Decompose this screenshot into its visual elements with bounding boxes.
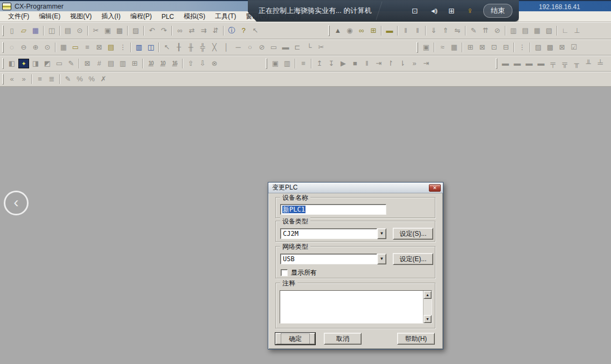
redo-icon[interactable]: ↷ bbox=[158, 25, 170, 37]
online-edit-rungs-icon[interactable]: ✎ bbox=[468, 25, 480, 37]
zoom-to-fit-icon[interactable]: ⊙ bbox=[41, 42, 53, 53]
refresh-watch-icon[interactable]: ⊡ bbox=[488, 42, 500, 53]
download-to-plc-icon[interactable]: ⇓ bbox=[428, 25, 440, 37]
comment-scrollbar[interactable]: ▲ ▼ bbox=[423, 291, 432, 323]
print-report-icon[interactable]: ◫ bbox=[46, 25, 58, 37]
back-chevron-button[interactable]: ‹ bbox=[4, 191, 29, 215]
memory-card-icon[interactable]: ▦ bbox=[531, 25, 543, 37]
rung-comment-icon[interactable]: ▭ bbox=[70, 42, 81, 53]
rung-list-icon[interactable]: ≡ bbox=[34, 74, 46, 85]
transfer-program-sim-icon[interactable]: ▣ bbox=[269, 58, 281, 69]
open-project-icon[interactable]: ▱ bbox=[18, 25, 30, 37]
diff-up-contact-icon[interactable]: ╤ bbox=[547, 58, 559, 69]
comment-text[interactable] bbox=[280, 291, 423, 323]
address-reference-tool-icon[interactable]: # bbox=[93, 58, 105, 69]
horizontal-line-icon[interactable]: ─ bbox=[232, 42, 244, 53]
new-inverted-instruction-icon[interactable]: ▬ bbox=[280, 42, 291, 53]
immediate-contact-icon[interactable]: ╨ bbox=[582, 58, 594, 69]
diff-both-contact-icon[interactable]: ╥ bbox=[571, 58, 582, 69]
show-rung-annotations-icon[interactable]: ≡ bbox=[81, 42, 93, 53]
scroll-down-icon[interactable]: ▼ bbox=[423, 315, 432, 323]
save-project-icon[interactable]: ▦ bbox=[30, 25, 41, 37]
sim-stop-icon[interactable]: ■ bbox=[349, 58, 361, 69]
sim-step-to-end-icon[interactable]: ⇥ bbox=[373, 58, 385, 69]
vertical-line-icon[interactable]: │ bbox=[220, 42, 232, 53]
work-online-simulator-icon[interactable]: ▲ bbox=[332, 25, 344, 37]
menu-file[interactable]: 文件(F) bbox=[3, 11, 34, 22]
change-address-icon[interactable]: ⇵ bbox=[210, 25, 221, 37]
mnemonic-editor-icon[interactable]: ✦ bbox=[18, 59, 29, 68]
multi-window-icon[interactable]: ⊞ bbox=[443, 4, 460, 18]
monitor-mode-icon[interactable]: ◉ bbox=[344, 25, 356, 37]
menu-view[interactable]: 视图(V) bbox=[65, 11, 96, 22]
output-window-icon[interactable]: ▭ bbox=[53, 58, 65, 69]
new-or-contact-icon[interactable]: ╬ bbox=[197, 42, 209, 53]
send-online-edit-icon[interactable]: ⇈ bbox=[480, 25, 491, 37]
device-type-settings-button[interactable]: 设定(S)... bbox=[393, 228, 433, 240]
pan-tool-icon[interactable]: ◌ bbox=[6, 42, 18, 53]
cancel-button[interactable]: 取消 bbox=[324, 333, 362, 345]
hex-display-icon[interactable]: 16 bbox=[169, 58, 180, 69]
transfer-io-sim-icon[interactable]: ▥ bbox=[281, 58, 293, 69]
chevron-down-icon[interactable]: ▼ bbox=[377, 228, 386, 239]
sim-run-icon[interactable]: ▶ bbox=[337, 58, 349, 69]
comment-textarea[interactable]: ▲ ▼ bbox=[280, 290, 432, 324]
simulation-tasks-icon[interactable]: ≡ bbox=[297, 58, 309, 69]
substitute-all-icon[interactable]: ⇉ bbox=[198, 25, 210, 37]
print-icon[interactable]: ▤ bbox=[62, 25, 74, 37]
scroll-up-icon[interactable]: ▲ bbox=[423, 291, 432, 299]
sim-pause-icon[interactable]: ‖ bbox=[361, 58, 373, 69]
print-preview-icon[interactable]: ⊙ bbox=[74, 25, 86, 37]
mnemonics-view-icon[interactable]: ▥ bbox=[133, 42, 145, 53]
undo-icon[interactable]: ↶ bbox=[146, 25, 158, 37]
toolbar-grip[interactable] bbox=[2, 58, 4, 69]
io-block-4-icon[interactable]: ▬ bbox=[535, 58, 547, 69]
monitor-in-rung-icon[interactable]: ⊠ bbox=[93, 42, 105, 53]
toolbar-grip[interactable] bbox=[328, 25, 330, 36]
compare-with-plc-icon[interactable]: ⇋ bbox=[452, 25, 463, 37]
monitor-differential-icon[interactable]: ▨ bbox=[532, 42, 544, 53]
connect-line-icon[interactable]: └ bbox=[303, 42, 315, 53]
pause-on-point-icon[interactable]: ↧ bbox=[325, 58, 337, 69]
watch-list-icon[interactable]: ⋮ bbox=[516, 42, 528, 53]
timechart-view-icon[interactable]: ▦ bbox=[448, 42, 460, 53]
paste-attributes-icon[interactable]: ▨ bbox=[130, 25, 142, 37]
chevron-down-icon[interactable]: ▼ bbox=[377, 254, 386, 264]
monitor-hold-icon[interactable]: ▩ bbox=[544, 42, 556, 53]
clock-instruction-icon[interactable]: ◫ bbox=[145, 42, 157, 53]
plc-memory-icon[interactable]: ▧ bbox=[543, 25, 555, 37]
pause-on-start-icon[interactable]: ↥ bbox=[314, 58, 325, 69]
layer-view-icon[interactable]: ≈ bbox=[436, 42, 448, 53]
selection-mode-icon[interactable]: ↖ bbox=[161, 42, 173, 53]
sim-continuous-run-icon[interactable]: » bbox=[408, 58, 420, 69]
io-block-1-icon[interactable]: ▬ bbox=[499, 58, 511, 69]
volume-icon[interactable]: ◄)) bbox=[425, 4, 441, 18]
online-rack-icon[interactable]: ▬ bbox=[384, 25, 395, 37]
toolbar-grip[interactable] bbox=[2, 42, 4, 53]
insert-watch-row-icon[interactable]: ⊟ bbox=[500, 42, 512, 53]
io-block-3-icon[interactable]: ▬ bbox=[523, 58, 535, 69]
new-contact-icon[interactable]: ╂ bbox=[173, 42, 185, 53]
toolbar-grip[interactable] bbox=[2, 74, 4, 85]
add-watch-icon[interactable]: ⊞ bbox=[464, 42, 476, 53]
plc-settings-icon[interactable]: ▤ bbox=[519, 25, 531, 37]
sim-step-out-icon[interactable]: ⇂ bbox=[397, 58, 408, 69]
properties-window-icon[interactable]: ✎ bbox=[65, 58, 77, 69]
device-name-input[interactable]: 新PLC1 bbox=[280, 204, 386, 215]
help-button[interactable]: 帮助(H) bbox=[397, 333, 435, 345]
remove-watch-icon[interactable]: ⊠ bbox=[476, 42, 488, 53]
usage-percent-alt-icon[interactable]: % bbox=[86, 74, 98, 85]
menu-simulation[interactable]: 模拟(S) bbox=[179, 11, 210, 22]
rung-overview-icon[interactable]: ≣ bbox=[46, 74, 58, 85]
symbol-table-icon[interactable]: ▤ bbox=[105, 42, 117, 53]
memory-view-icon[interactable]: ⊞ bbox=[129, 58, 141, 69]
device-type-combobox[interactable]: CJ2M ▼ bbox=[280, 228, 386, 239]
online-device-icon[interactable]: ⊞ bbox=[367, 25, 379, 37]
cross-reference-report-icon[interactable]: ⊠ bbox=[81, 58, 93, 69]
watch-window-icon[interactable]: ◨ bbox=[30, 58, 41, 69]
pause-monitoring-icon[interactable]: ‖ bbox=[400, 25, 412, 37]
local-symbols-icon[interactable]: ⋮ bbox=[117, 42, 129, 53]
cut-icon[interactable]: ✂ bbox=[90, 25, 102, 37]
signed-decimal-display-icon[interactable]: 10 bbox=[157, 58, 169, 69]
timing-contact-icon[interactable]: ╧ bbox=[594, 58, 606, 69]
